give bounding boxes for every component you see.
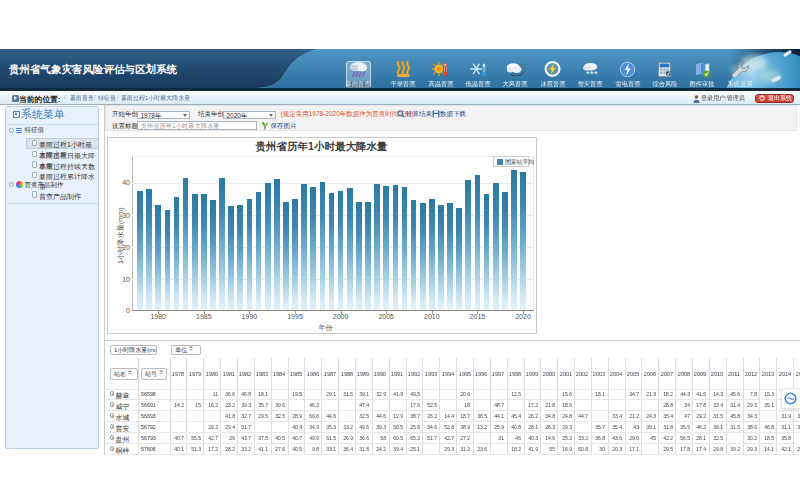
svg-text:*: *	[594, 69, 598, 77]
